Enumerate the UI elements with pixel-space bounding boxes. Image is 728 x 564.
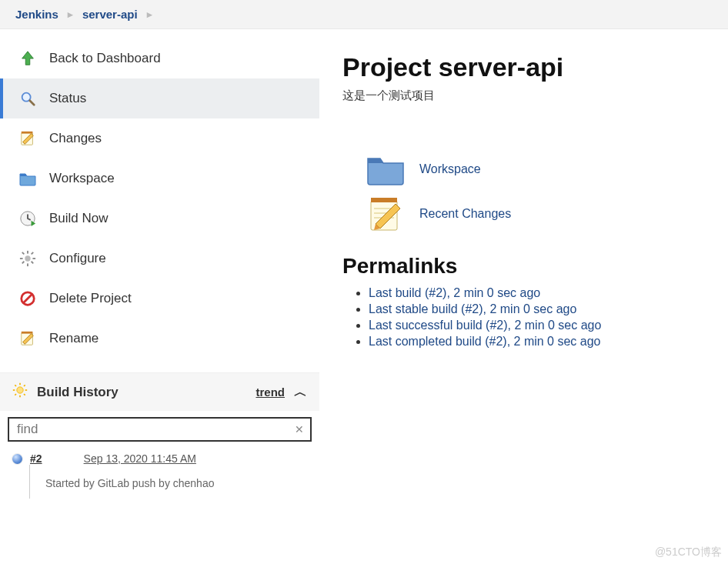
side-nav: Back to Dashboard Status Changes Workspa… [0, 29, 319, 359]
svg-rect-17 [22, 332, 33, 334]
up-arrow-icon [17, 49, 38, 68]
folder-icon [366, 149, 406, 189]
svg-point-18 [17, 387, 23, 393]
trend-link[interactable]: trend [256, 385, 286, 399]
build-trigger-text: Started by GitLab push by chenhao [30, 469, 307, 489]
permalink-last-stable-build[interactable]: Last stable build (#2), 2 min 0 sec ago [369, 302, 576, 315]
sidebar-item-label: Status [49, 91, 86, 106]
main-content: Project server-api 这是一个测试项目 Workspace Re… [319, 29, 728, 503]
find-input[interactable] [15, 421, 295, 438]
chevron-up-icon[interactable]: ︿ [294, 383, 307, 401]
sidebar-item-build-now[interactable]: Build Now [0, 199, 319, 239]
sidebar-item-workspace[interactable]: Workspace [0, 159, 319, 199]
sidebar-item-back-to-dashboard[interactable]: Back to Dashboard [0, 38, 319, 78]
svg-rect-6 [27, 251, 28, 254]
build-status-orb-icon [12, 454, 22, 464]
recent-changes-link[interactable]: Recent Changes [419, 207, 511, 221]
page-description: 这是一个测试项目 [342, 88, 705, 103]
svg-line-25 [24, 385, 25, 386]
svg-rect-8 [20, 258, 23, 259]
folder-icon [17, 169, 38, 188]
svg-line-23 [15, 385, 16, 386]
svg-rect-13 [22, 261, 25, 264]
svg-rect-3 [22, 132, 33, 134]
clock-play-icon [17, 209, 38, 228]
svg-line-1 [30, 101, 35, 105]
search-icon [17, 89, 38, 108]
svg-line-26 [15, 394, 16, 395]
page-title: Project server-api [342, 52, 705, 82]
build-row[interactable]: #2 Sep 13, 2020 11:45 AM Started by GitL… [0, 448, 319, 503]
recent-changes-link-row[interactable]: Recent Changes [366, 194, 705, 234]
sidebar-item-label: Build Now [49, 211, 109, 226]
permalinks-list: Last build (#2), 2 min 0 sec ago Last st… [369, 286, 705, 349]
sidebar-item-label: Rename [49, 331, 99, 346]
build-history-title: Build History [37, 385, 119, 400]
sidebar-item-label: Changes [49, 131, 102, 146]
sidebar-item-label: Configure [49, 251, 106, 266]
svg-rect-10 [22, 252, 25, 255]
clear-icon[interactable]: ✕ [295, 423, 304, 436]
sidebar-item-delete-project[interactable]: Delete Project [0, 279, 319, 319]
svg-rect-9 [32, 258, 35, 259]
svg-rect-7 [27, 263, 28, 266]
notepad-edit-icon [17, 129, 38, 148]
chevron-right-icon: ▸ [68, 8, 73, 20]
sidebar: Back to Dashboard Status Changes Workspa… [0, 29, 319, 503]
permalinks-heading: Permalinks [342, 254, 705, 279]
breadcrumb-project[interactable]: server-api [82, 8, 138, 21]
sidebar-item-changes[interactable]: Changes [0, 118, 319, 159]
gear-icon [17, 249, 38, 268]
svg-rect-11 [31, 261, 34, 264]
permalink-last-build[interactable]: Last build (#2), 2 min 0 sec ago [369, 286, 540, 299]
svg-line-24 [24, 394, 25, 395]
build-history-find[interactable]: ✕ [8, 417, 312, 442]
notepad-edit-icon [366, 194, 406, 234]
workspace-link-row[interactable]: Workspace [366, 149, 705, 189]
sidebar-item-configure[interactable]: Configure [0, 239, 319, 279]
notepad-edit-icon [17, 329, 38, 348]
sidebar-item-rename[interactable]: Rename [0, 319, 319, 359]
sun-icon [12, 382, 28, 402]
prohibit-icon [17, 289, 38, 308]
svg-rect-12 [31, 252, 34, 255]
permalink-last-completed-build[interactable]: Last completed build (#2), 2 min 0 sec a… [369, 335, 601, 348]
breadcrumb-bar: Jenkins ▸ server-api ▸ [0, 0, 728, 29]
sidebar-item-label: Workspace [49, 171, 115, 186]
workspace-link[interactable]: Workspace [419, 162, 481, 176]
permalink-last-successful-build[interactable]: Last successful build (#2), 2 min 0 sec … [369, 319, 601, 332]
build-history-header: Build History trend ︿ [0, 372, 319, 411]
sidebar-item-label: Delete Project [49, 291, 132, 306]
chevron-right-icon: ▸ [147, 8, 152, 20]
svg-rect-28 [371, 198, 397, 202]
breadcrumb-root[interactable]: Jenkins [15, 8, 58, 21]
sidebar-item-status[interactable]: Status [0, 78, 319, 118]
sidebar-item-label: Back to Dashboard [49, 51, 161, 66]
build-number-link[interactable]: #2 [30, 452, 42, 465]
svg-point-5 [25, 255, 30, 261]
build-time-link[interactable]: Sep 13, 2020 11:45 AM [84, 452, 196, 465]
